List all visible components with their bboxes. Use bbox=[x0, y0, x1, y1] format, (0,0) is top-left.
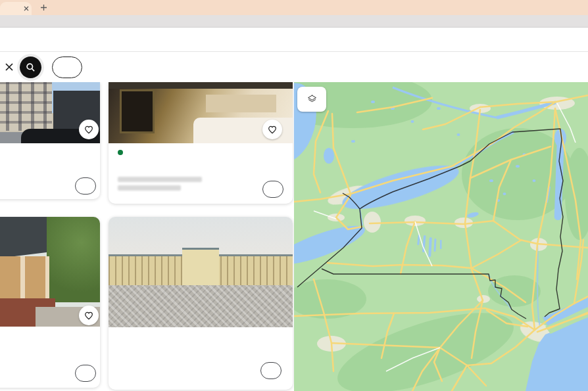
nav-right-links bbox=[570, 28, 588, 51]
new-tab-button[interactable] bbox=[37, 1, 50, 14]
layers-icon bbox=[307, 95, 317, 103]
site-nav bbox=[0, 28, 588, 52]
heart-icon bbox=[84, 310, 94, 321]
listing-status bbox=[118, 150, 283, 155]
map-base-art bbox=[294, 82, 588, 391]
browser-tab[interactable] bbox=[0, 2, 32, 15]
listings-panel bbox=[0, 82, 294, 391]
email-agent-button[interactable] bbox=[75, 177, 96, 195]
favorite-heart-button[interactable] bbox=[262, 120, 282, 139]
listing-specs bbox=[118, 164, 283, 173]
listing-card[interactable] bbox=[109, 82, 293, 204]
listing-photo[interactable] bbox=[0, 82, 100, 143]
search-button[interactable] bbox=[20, 57, 41, 78]
layers-button[interactable] bbox=[297, 87, 326, 112]
listing-address-redacted bbox=[118, 177, 202, 182]
listing-photo[interactable] bbox=[109, 82, 293, 143]
favorite-heart-button[interactable] bbox=[79, 306, 99, 325]
email-agent-button[interactable] bbox=[75, 365, 96, 382]
heart-icon bbox=[267, 124, 278, 135]
find-out-more-button[interactable] bbox=[260, 362, 282, 379]
listing-card[interactable] bbox=[0, 82, 100, 199]
view-details-button[interactable] bbox=[262, 181, 283, 198]
ad-image[interactable] bbox=[109, 217, 293, 327]
map-canvas[interactable] bbox=[294, 82, 588, 391]
for-sale-dot-icon bbox=[118, 150, 123, 155]
nav-links bbox=[0, 28, 1, 51]
listing-photo[interactable] bbox=[0, 217, 100, 327]
listing-lot-specs bbox=[1, 348, 4, 357]
save-search-button[interactable] bbox=[52, 57, 82, 78]
heart-icon bbox=[84, 124, 94, 135]
ad-card[interactable] bbox=[109, 217, 293, 390]
listing-card[interactable] bbox=[0, 217, 100, 388]
search-icon bbox=[26, 62, 36, 72]
close-search-icon[interactable] bbox=[4, 62, 14, 72]
tab-close-icon[interactable] bbox=[24, 6, 29, 11]
filter-bar bbox=[0, 52, 588, 82]
url-bar[interactable] bbox=[0, 15, 588, 28]
browser-tab-strip bbox=[0, 0, 588, 15]
favorite-heart-button[interactable] bbox=[79, 120, 99, 139]
listing-address-redacted bbox=[118, 185, 181, 191]
app-window bbox=[0, 0, 588, 391]
